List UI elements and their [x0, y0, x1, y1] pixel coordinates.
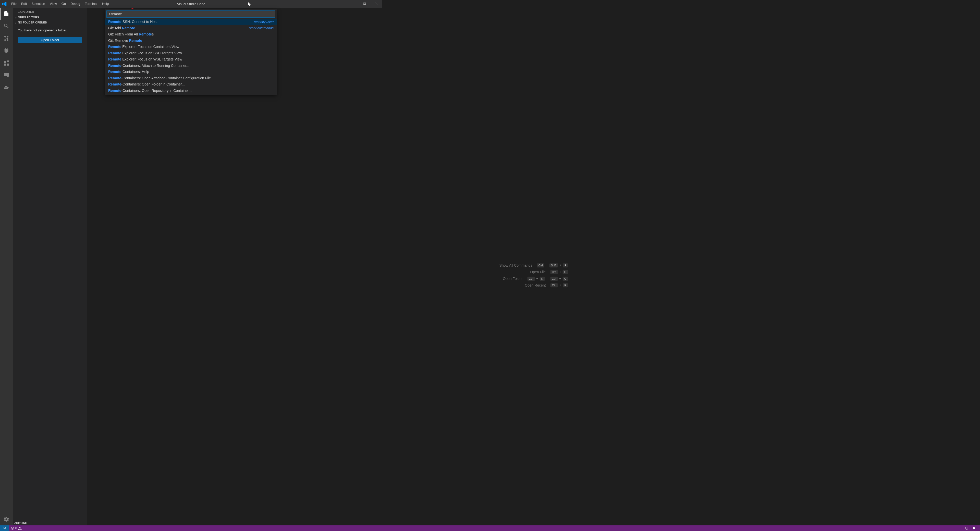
command-palette-item[interactable]: Remote-Containers: Attach to Running Con… [105, 62, 277, 69]
activity-docker-icon[interactable] [0, 81, 13, 94]
close-button[interactable] [371, 0, 382, 8]
command-palette-item[interactable]: Remote-Containers: Help [105, 68, 277, 75]
chevron-down-icon: ⌄ [14, 21, 18, 24]
menu-bar: FileEditSelectionViewGoDebugTerminalHelp [9, 0, 111, 8]
command-palette-item[interactable]: Git: Add Remoteother commands [105, 25, 277, 32]
sidebar-open-editors-label: OPEN EDITORS [18, 16, 39, 19]
editor-area: Show All CommandsCtrl+Shift+POpen FileCt… [87, 8, 382, 207]
menu-file[interactable]: File [9, 0, 19, 8]
command-palette-item[interactable]: Remote-Containers: Open Repository in Co… [105, 87, 277, 94]
svg-rect-2 [364, 3, 366, 5]
chevron-down-icon: ⌄ [14, 16, 18, 19]
command-palette-item[interactable]: Remote Explorer: Focus on SSH Targets Vi… [105, 50, 277, 56]
command-palette-item[interactable]: Git: Remove Remote [105, 38, 277, 44]
menu-edit[interactable]: Edit [19, 0, 29, 8]
command-palette-list: Remote-SSH: Connect to Host...recently u… [105, 19, 277, 94]
sidebar-explorer: EXPLORER ⌄ OPEN EDITORS ⌄ NO FOLDER OPEN… [13, 8, 87, 207]
maximize-button[interactable] [359, 0, 371, 8]
command-palette-item[interactable]: Git: Fetch From All Remotes [105, 31, 277, 38]
sidebar-no-folder-header[interactable]: ⌄ NO FOLDER OPENED [13, 20, 87, 25]
command-palette-item[interactable]: Remote Explorer: Focus on WSL Targets Vi… [105, 56, 277, 62]
command-palette-item[interactable]: Remote-SSH: Connect to Host...recently u… [105, 19, 277, 25]
no-folder-message: You have not yet opened a folder. [13, 25, 87, 35]
svg-point-3 [7, 76, 9, 77]
command-palette-right-label: recently used [254, 20, 274, 24]
activity-explorer-icon[interactable] [0, 8, 13, 20]
menu-debug[interactable]: Debug [68, 0, 83, 8]
command-palette-item[interactable]: Remote Explorer: Focus on Containers Vie… [105, 44, 277, 50]
activity-scm-icon[interactable] [0, 32, 13, 45]
svg-rect-0 [352, 4, 355, 4]
open-folder-button[interactable]: Open Folder [18, 37, 82, 43]
command-palette: Remote-SSH: Connect to Host...recently u… [105, 9, 277, 95]
sidebar-no-folder-label: NO FOLDER OPENED [18, 21, 47, 24]
menu-terminal[interactable]: Terminal [83, 0, 100, 8]
sidebar-title: EXPLORER [13, 8, 87, 15]
command-palette-right-label: other commands [249, 26, 274, 30]
menu-help[interactable]: Help [100, 0, 111, 8]
menu-selection[interactable]: Selection [29, 0, 47, 8]
svg-rect-1 [363, 3, 366, 5]
menu-view[interactable]: View [48, 0, 59, 8]
sidebar-open-editors-header[interactable]: ⌄ OPEN EDITORS [13, 15, 87, 20]
activity-extensions-icon[interactable] [0, 57, 13, 69]
activity-debug-icon[interactable] [0, 45, 13, 57]
minimize-button[interactable] [347, 0, 359, 8]
window-controls [347, 0, 382, 8]
activity-bar [0, 8, 13, 207]
menu-go[interactable]: Go [59, 0, 68, 8]
command-palette-item[interactable]: Remote-Containers: Open Folder in Contai… [105, 81, 277, 87]
vscode-icon [0, 2, 9, 6]
activity-search-icon[interactable] [0, 20, 13, 32]
command-palette-input[interactable] [107, 11, 275, 17]
activity-remote-icon[interactable] [0, 69, 13, 81]
title-bar: FileEditSelectionViewGoDebugTerminalHelp… [0, 0, 382, 8]
window-title: Visual Studio Code [177, 2, 205, 6]
command-palette-item[interactable]: Remote-Containers: Open Attached Contain… [105, 75, 277, 81]
